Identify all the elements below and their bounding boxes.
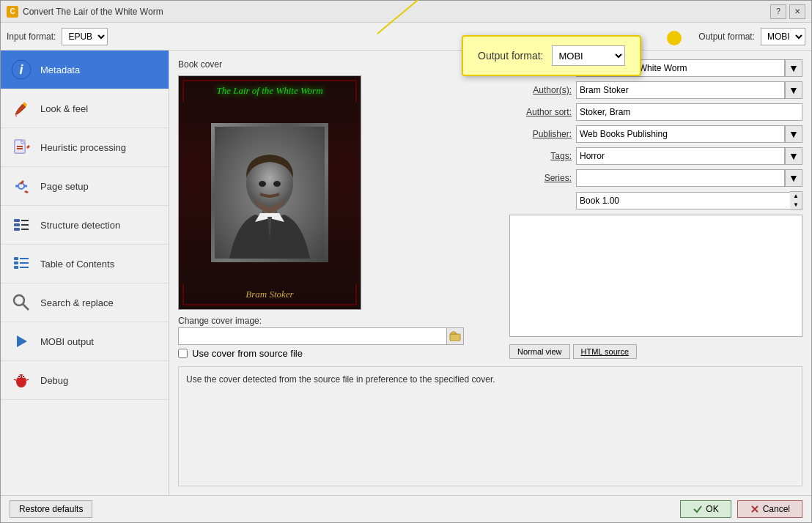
sidebar-label-heuristic: Heuristic processing	[40, 142, 126, 153]
normal-view-button[interactable]: Normal view	[509, 344, 570, 359]
book-cover-title: The Lair of the White Worm	[216, 85, 322, 97]
book-number-row: ▲ ▼	[509, 191, 802, 210]
svg-rect-7	[14, 219, 20, 222]
sidebar-label-search: Search & replace	[40, 297, 114, 308]
spinbox-buttons: ▲ ▼	[790, 191, 802, 210]
output-format-select[interactable]: MOBI	[761, 28, 805, 45]
use-source-cover-row: Use cover from source file	[178, 348, 501, 359]
popup-format-select[interactable]: MOBI EPUB PDF AZW3 DOCX TXT	[552, 45, 625, 66]
metadata-panel: Title: ▼ Author(s): ▼	[509, 59, 802, 359]
check-icon	[693, 504, 703, 514]
svg-marker-21	[17, 335, 27, 347]
input-format-select[interactable]: EPUB	[62, 28, 108, 45]
sidebar-item-debug[interactable]: Debug	[1, 361, 169, 400]
book-number-input[interactable]	[576, 192, 790, 209]
author-input[interactable]	[576, 81, 785, 99]
svg-line-29	[14, 379, 16, 380]
info-icon: i	[10, 58, 33, 81]
change-cover-section: Change cover image:	[178, 316, 501, 359]
publisher-button[interactable]: ▼	[785, 125, 802, 143]
bottom-bar: Restore defaults OK Cancel	[1, 495, 811, 522]
title-button[interactable]: ▼	[785, 59, 802, 77]
book-number-spinbox: ▲ ▼	[576, 191, 802, 210]
author-input-group: ▼	[576, 81, 802, 99]
series-input[interactable]	[576, 169, 785, 187]
brush-icon	[10, 97, 33, 120]
sidebar-label-structure: Structure detection	[40, 220, 120, 231]
cancel-label: Cancel	[763, 504, 790, 514]
author-sort-label: Author sort:	[509, 107, 572, 117]
cover-image-container: The Lair of the White Worm	[178, 75, 361, 310]
svg-point-19	[14, 295, 24, 305]
sidebar-label-debug: Debug	[40, 375, 68, 386]
ok-button[interactable]: OK	[680, 500, 731, 518]
author-field-label: Author(s):	[509, 85, 572, 95]
sidebar-label-page-setup: Page setup	[40, 181, 89, 192]
change-cover-row: Change cover image:	[178, 316, 501, 326]
sidebar-item-toc[interactable]: Table of Contents	[1, 245, 169, 283]
book-portrait	[211, 123, 328, 262]
use-source-cover-checkbox[interactable]	[178, 349, 188, 358]
change-cover-label: Change cover image:	[178, 316, 262, 326]
sidebar-item-page-setup[interactable]: Page setup	[1, 167, 169, 206]
ok-label: OK	[706, 504, 718, 514]
spinbox-down-button[interactable]: ▼	[790, 201, 802, 209]
sidebar-item-mobi[interactable]: MOBI output	[1, 322, 169, 361]
book-cover: The Lair of the White Worm	[179, 76, 361, 309]
sidebar-label-look-feel: Look & feel	[40, 103, 88, 114]
svg-line-30	[26, 379, 29, 380]
mobi-icon	[10, 330, 33, 353]
sidebar-item-metadata[interactable]: i Metadata	[1, 51, 169, 89]
svg-point-27	[23, 376, 24, 377]
toc-icon	[10, 252, 33, 275]
tags-input[interactable]	[576, 147, 785, 165]
output-format-label: Output format:	[698, 31, 755, 42]
tags-input-group: ▼	[576, 147, 802, 165]
svg-line-39	[377, 0, 421, 34]
document-icon	[10, 136, 33, 159]
cover-label: Book cover	[178, 59, 501, 70]
main-row: Book cover The Lair of the White Worm	[178, 59, 802, 359]
cancel-button[interactable]: Cancel	[737, 500, 802, 518]
cover-path-input[interactable]	[178, 327, 446, 345]
sidebar-item-heuristic[interactable]: Heuristic processing	[1, 128, 169, 167]
series-label: Series:	[509, 173, 572, 183]
svg-rect-9	[14, 228, 20, 231]
author-button[interactable]: ▼	[785, 81, 802, 99]
popup-bubble: Output format: MOBI EPUB PDF AZW3 DOCX T…	[462, 35, 641, 76]
close-button[interactable]: ✕	[789, 4, 805, 19]
restore-defaults-button[interactable]: Restore defaults	[10, 500, 92, 518]
window-controls: ? ✕	[770, 4, 805, 19]
help-text: Use the cover detected from the source f…	[186, 374, 495, 385]
input-format-label: Input format:	[7, 31, 56, 42]
series-button[interactable]: ▼	[785, 169, 802, 187]
content-area: Book cover The Lair of the White Worm	[169, 51, 811, 495]
svg-line-20	[23, 304, 29, 310]
tags-button[interactable]: ▼	[785, 147, 802, 165]
sidebar-item-search[interactable]: Search & replace	[1, 283, 169, 322]
author-sort-input[interactable]	[576, 103, 802, 121]
dialog-buttons: OK Cancel	[680, 500, 802, 518]
sidebar-label-metadata: Metadata	[40, 64, 80, 75]
svg-rect-36	[450, 334, 460, 341]
popup-format-label: Output format:	[478, 50, 543, 62]
browse-cover-button[interactable]	[446, 327, 464, 345]
help-button[interactable]: ?	[770, 4, 786, 19]
html-preview-area	[509, 215, 802, 337]
use-source-cover-label: Use cover from source file	[192, 348, 303, 359]
html-source-button[interactable]: HTML source	[573, 344, 638, 359]
sidebar-label-mobi: MOBI output	[40, 336, 94, 347]
author-row: Author(s): ▼	[509, 81, 802, 99]
publisher-input[interactable]	[576, 125, 785, 143]
tags-row: Tags: ▼	[509, 147, 802, 165]
sidebar-item-structure[interactable]: Structure detection	[1, 206, 169, 245]
publisher-row: Publisher: ▼	[509, 125, 802, 143]
svg-point-35	[273, 181, 281, 187]
x-icon	[750, 504, 760, 514]
debug-icon	[10, 368, 33, 392]
wrench-icon	[10, 174, 33, 198]
spinbox-up-button[interactable]: ▲	[790, 192, 802, 201]
sidebar-item-look-feel[interactable]: Look & feel	[1, 89, 169, 128]
main-content: i Metadata Look & feel	[1, 51, 811, 495]
connector-arrow	[370, 0, 429, 41]
